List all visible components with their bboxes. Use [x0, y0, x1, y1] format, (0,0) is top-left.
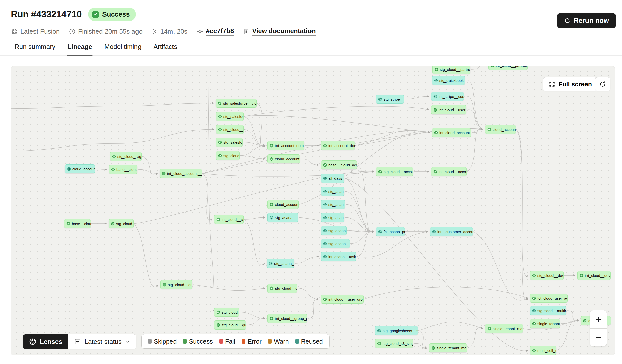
node-label: stg_cloud__email…: [168, 283, 192, 287]
tab-run-summary[interactable]: Run summary: [14, 39, 56, 55]
lineage-node[interactable]: int_account_dom…: [321, 141, 355, 150]
status-legend: SkippedSuccessFailErrorWarnReused: [141, 334, 330, 349]
success-node-icon: [377, 342, 381, 345]
lineage-node[interactable]: int_cloud__partner_con…: [488, 66, 528, 70]
lineage-node[interactable]: stg_asana__…: [267, 259, 294, 268]
lineage-node[interactable]: multi_cell_m…: [530, 346, 556, 355]
lineage-node[interactable]: base__cloud_acco…: [321, 160, 357, 169]
lineage-node[interactable]: stg_googlesheets__sin…: [375, 326, 418, 335]
lineage-node[interactable]: int_cloud_account__m…: [160, 169, 202, 178]
commit-link[interactable]: #cc7f7b8: [206, 27, 234, 36]
lineage-node[interactable]: stg_cloud__us…: [216, 125, 244, 134]
success-node-icon: [270, 286, 273, 290]
success-node-icon: [487, 327, 491, 331]
lineage-node[interactable]: cloud_account…: [485, 125, 516, 134]
success-node-icon: [532, 322, 536, 326]
lineage-node[interactable]: int_cloud__us…: [214, 215, 244, 224]
lens-selector[interactable]: Latest status: [68, 334, 136, 349]
reused-node-icon: [269, 262, 273, 265]
full-screen-button[interactable]: Full screen: [543, 77, 598, 91]
check-icon: [92, 11, 99, 18]
lineage-node[interactable]: stg_cloud__accounts…: [376, 167, 413, 176]
tab-lineage[interactable]: Lineage: [67, 39, 93, 55]
lineage-node[interactable]: int_cloud__user_group…: [321, 295, 364, 304]
lineage-node[interactable]: stg_cloud_…: [109, 219, 134, 228]
lineage-node[interactable]: stg_asana__tas…: [267, 213, 298, 222]
success-node-icon: [435, 68, 438, 71]
lineage-node[interactable]: stg_cloud__…: [216, 151, 240, 160]
lineage-node[interactable]: stg_salesforce_…: [216, 112, 244, 121]
success-node-icon: [216, 310, 220, 314]
lineage-node[interactable]: stg_cloud_region…: [110, 152, 142, 161]
lineage-node[interactable]: int_account_domain…: [267, 141, 304, 150]
lineage-node[interactable]: int__customer_account…: [430, 227, 473, 236]
lineage-node[interactable]: fct_cloud_user_acc…: [530, 294, 568, 303]
lineage-node[interactable]: int_cloud__user_ac…: [431, 105, 466, 114]
success-node-icon: [218, 115, 222, 118]
reused-node-icon: [323, 229, 327, 233]
zoom-in-button[interactable]: +: [590, 310, 607, 329]
lineage-node[interactable]: stg_cloud__devel…: [530, 271, 564, 280]
lineage-node[interactable]: stg_cloud__partner_c…: [432, 66, 470, 74]
lineage-canvas[interactable]: cloud_account…stg_cloud_region…base__clo…: [11, 66, 615, 355]
commit-meta: #cc7f7b8: [196, 27, 234, 36]
node-label: int_cloud__user_group…: [328, 297, 364, 301]
lineage-node[interactable]: fct_asana_proj…: [376, 227, 405, 236]
lineage-node[interactable]: stg_cloud_s3_singl…: [375, 339, 413, 348]
lineage-node[interactable]: stg_stripe__c…: [376, 95, 404, 104]
lineage-node[interactable]: cloud_account…: [65, 164, 95, 173]
status-badge-label: Success: [102, 11, 130, 18]
rerun-now-button[interactable]: Rerun now: [557, 13, 616, 28]
reused-node-icon: [67, 167, 71, 171]
node-label: int_cloud_account_ma…: [439, 131, 471, 135]
lineage-node[interactable]: cloud_account…: [267, 200, 299, 209]
success-node-icon: [378, 170, 382, 174]
lineage-node[interactable]: stg_asana__…: [321, 226, 347, 235]
reused-node-icon: [323, 216, 327, 220]
success-node-icon: [163, 283, 166, 287]
success-node-icon: [532, 274, 536, 277]
lineage-node[interactable]: stg_asana…: [321, 213, 344, 222]
lineage-node[interactable]: single_tenant_map…: [429, 343, 467, 352]
tab-model-timing[interactable]: Model timing: [104, 39, 142, 55]
lineage-node[interactable]: int_cloud_account_ma…: [432, 128, 471, 137]
lineage-node[interactable]: int_asana__task_s…: [321, 252, 356, 261]
success-node-icon: [532, 349, 536, 352]
lineage-node[interactable]: stg_quickbooks__a…: [432, 76, 465, 85]
lineage-node[interactable]: int_cloud__group_per…: [267, 314, 307, 323]
lineage-node[interactable]: cloud_accounts_…: [267, 154, 300, 163]
node-label: stg_asana…: [328, 189, 344, 194]
lineage-node[interactable]: all_days: [321, 174, 344, 183]
lineage-node[interactable]: base__cloud_…: [109, 165, 137, 174]
lineage-node[interactable]: int_cloud__accoun…: [431, 167, 467, 176]
zoom-out-button[interactable]: −: [590, 329, 607, 346]
lineage-node[interactable]: stg_cloud__email…: [160, 280, 192, 289]
tab-artifacts[interactable]: Artifacts: [153, 39, 178, 55]
node-label: int_cloud__user_ac…: [439, 108, 466, 112]
lineage-node[interactable]: stg_asana_…: [321, 200, 345, 209]
lineage-node[interactable]: stg_salesforce__cloud_…: [216, 99, 257, 108]
node-label: stg_cloud__…: [223, 154, 240, 158]
view-documentation-link[interactable]: View documentation: [252, 27, 316, 36]
lineage-node[interactable]: stg_cloud_…: [214, 308, 239, 317]
lineage-node[interactable]: stg_seed__multireg…: [530, 306, 566, 315]
reused-node-icon: [378, 230, 382, 234]
lineage-node[interactable]: base__clou…: [64, 219, 91, 228]
node-label: int_account_dom…: [328, 143, 355, 148]
lineage-node[interactable]: stg_salesforce…: [216, 138, 243, 147]
lineage-node[interactable]: stg_cloud__us…: [267, 284, 297, 293]
lineage-node[interactable]: int_stripe__custo…: [431, 92, 464, 101]
lineage-node[interactable]: single_tenant_mapp…: [485, 324, 523, 333]
lineage-node[interactable]: stg_asana…: [321, 187, 344, 196]
success-node-icon: [431, 346, 435, 350]
lineage-node[interactable]: stg_cloud__group…: [214, 320, 246, 330]
lineage-node[interactable]: single_tenant_…: [530, 319, 560, 328]
reused-node-icon: [434, 79, 438, 82]
lenses-button[interactable]: Lenses: [23, 334, 68, 349]
lineage-node[interactable]: int_cloud__devel…: [577, 271, 611, 280]
success-node-icon: [323, 144, 327, 148]
success-node-icon: [323, 297, 327, 301]
refresh-graph-button[interactable]: [595, 77, 610, 91]
lineage-node[interactable]: stg_asana__pr…: [321, 239, 350, 248]
node-label: stg_asana…: [328, 215, 344, 220]
